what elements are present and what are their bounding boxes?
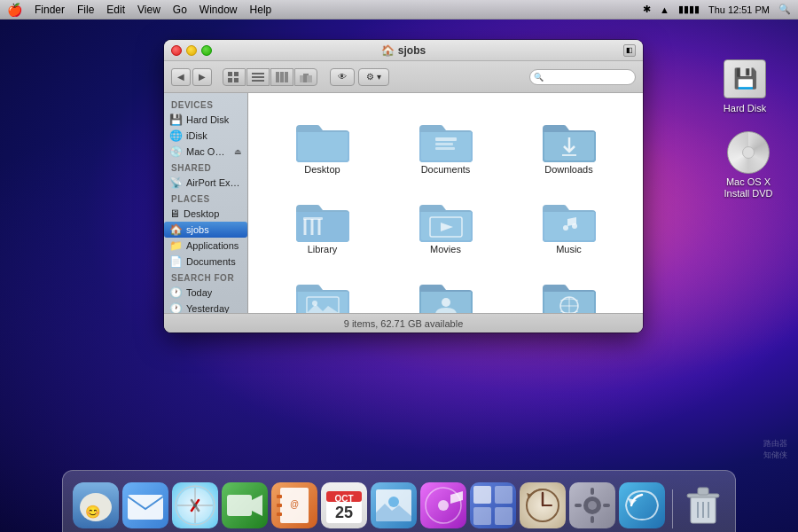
folder-icon-sites	[541, 276, 598, 313]
cover-flow-button[interactable]	[294, 68, 317, 86]
menubar-help[interactable]: Help	[250, 4, 272, 16]
menubar-window[interactable]: Window	[200, 4, 238, 16]
yesterday-label: Yesterday	[186, 303, 230, 313]
library-folder-label: Library	[308, 244, 338, 254]
dock-item-iphoto[interactable]	[371, 482, 417, 528]
folder-item-downloads[interactable]: Downloads	[511, 109, 627, 182]
traffic-lights	[171, 45, 212, 56]
folder-item-movies[interactable]: Movies	[387, 189, 504, 262]
dock-item-addressbook[interactable]: @	[271, 482, 317, 528]
eject-icon[interactable]: ⏏	[234, 147, 242, 156]
svg-rect-17	[303, 217, 323, 220]
svg-rect-39	[277, 504, 282, 507]
dock-item-finder[interactable]: 😊	[73, 482, 119, 528]
maximize-button[interactable]	[201, 45, 212, 56]
sidebar-item-hardisk[interactable]: 💾 Hard Disk	[164, 112, 247, 128]
menubar-view[interactable]: View	[137, 4, 160, 16]
dock-item-timemachine[interactable]	[520, 482, 566, 528]
search-input[interactable]	[529, 69, 636, 85]
svg-rect-9	[285, 72, 288, 82]
sidebar-toggle[interactable]: ◧	[623, 44, 636, 57]
idisk-icon: 🌐	[169, 129, 183, 142]
softwareupdate-dock-icon	[619, 482, 665, 528]
svg-point-19	[563, 225, 568, 231]
svg-rect-53	[495, 507, 512, 525]
dvd-desktop-icon[interactable]: Mac OS X Install DVD	[713, 131, 784, 200]
applications-label: Applications	[186, 240, 239, 251]
svg-rect-12	[307, 75, 312, 82]
dock-item-safari[interactable]	[172, 482, 218, 528]
documents-icon: 📄	[169, 255, 183, 268]
places-header: PLACES	[164, 191, 247, 206]
wifi-icon: ▲	[660, 4, 669, 15]
sidebar-item-airport[interactable]: 📡 AirPort Extreme	[164, 175, 247, 191]
sidebar-item-desktop[interactable]: 🖥 Desktop	[164, 206, 247, 222]
music-folder-label: Music	[556, 244, 582, 254]
eye-icon: 👁	[338, 72, 347, 82]
column-view-button[interactable]	[270, 68, 293, 86]
menubar-left: 🍎 Finder File Edit View Go Window Help	[7, 3, 271, 17]
folder-item-pictures[interactable]: Pictures	[264, 269, 380, 313]
menubar-go[interactable]: Go	[173, 4, 187, 16]
gear-chevron: ▾	[377, 72, 381, 82]
timemachine-dock-icon	[520, 482, 566, 528]
eye-action-button[interactable]: 👁	[330, 68, 355, 86]
sidebar-item-yesterday[interactable]: 🕐 Yesterday	[164, 301, 247, 313]
svg-rect-65	[698, 488, 708, 495]
sidebar-item-documents[interactable]: 📄 Documents	[164, 254, 247, 270]
hard-disk-desktop-icon[interactable]: 💾 Hard Disk	[709, 58, 780, 114]
ical-dock-icon: OCT 25	[321, 482, 367, 528]
nav-buttons: ◀ ▶	[171, 68, 212, 86]
finder-title: 🏠 sjobs	[381, 44, 426, 57]
status-text: 9 items, 62.71 GB available	[344, 318, 464, 329]
icon-view-button[interactable]	[223, 68, 246, 86]
svg-rect-38	[277, 495, 282, 498]
list-view-button[interactable]	[246, 68, 270, 86]
dock-item-spaces[interactable]	[470, 482, 516, 528]
back-button[interactable]: ◀	[171, 68, 191, 86]
dvd-label: Mac OS X Install DVD	[713, 176, 784, 200]
svg-rect-0	[228, 72, 232, 76]
svg-text:OCT: OCT	[334, 494, 353, 504]
harddisk-icon: 💾	[169, 113, 183, 126]
svg-rect-6	[252, 80, 264, 82]
sidebar-item-applications[interactable]: 📁 Applications	[164, 238, 247, 254]
gear-action-button[interactable]: ⚙ ▾	[358, 68, 389, 86]
folder-item-library[interactable]: Library	[264, 189, 380, 262]
svg-text:25: 25	[334, 504, 352, 521]
sidebar-item-idisk[interactable]: 🌐 iDisk	[164, 128, 247, 144]
dvd-icon-image	[727, 131, 770, 174]
close-button[interactable]	[171, 45, 182, 56]
folder-item-desktop[interactable]: Desktop	[264, 109, 380, 182]
dock-item-itunes[interactable]	[420, 482, 466, 528]
menubar-edit[interactable]: Edit	[106, 4, 125, 16]
folder-item-documents[interactable]: Documents	[387, 109, 504, 182]
forward-button[interactable]: ▶	[192, 68, 212, 86]
dock-item-trash[interactable]	[680, 482, 726, 528]
menubar-finder[interactable]: Finder	[35, 4, 65, 16]
folder-item-sites[interactable]: Sites	[511, 269, 627, 313]
dock-item-mail[interactable]	[122, 482, 168, 528]
safari-dock-icon	[172, 482, 218, 528]
menubar-file[interactable]: File	[77, 4, 94, 16]
folder-item-public[interactable]: Public	[387, 269, 504, 313]
desktop-place-icon: 🖥	[169, 207, 180, 220]
menubar-right: ✱ ▲ ▮▮▮▮ Thu 12:51 PM 🔍	[643, 4, 791, 15]
window-controls-right: ◧	[623, 44, 636, 57]
sidebar-item-today[interactable]: 🕐 Today	[164, 285, 247, 301]
airport-icon: 📡	[169, 176, 183, 189]
svg-point-47	[388, 497, 399, 507]
dock-item-facetime[interactable]	[222, 482, 268, 528]
sidebar-item-macosx[interactable]: 💿 Mac OS X I... ⏏	[164, 144, 247, 160]
sidebar-item-sjobs[interactable]: 🏠 sjobs	[164, 222, 247, 238]
dock-item-ical[interactable]: OCT 25	[321, 482, 367, 528]
svg-rect-61	[575, 504, 582, 507]
dock-item-softwareupdate[interactable]	[619, 482, 665, 528]
apple-menu[interactable]: 🍎	[7, 3, 22, 17]
folder-item-music[interactable]: Music	[511, 189, 627, 262]
svg-rect-4	[252, 73, 264, 74]
spotlight-icon[interactable]: 🔍	[778, 4, 791, 15]
finder-body: DEVICES 💾 Hard Disk 🌐 iDisk 💿 Mac OS X I…	[164, 93, 643, 313]
minimize-button[interactable]	[186, 45, 197, 56]
dock-item-sysprefs[interactable]	[569, 482, 615, 528]
